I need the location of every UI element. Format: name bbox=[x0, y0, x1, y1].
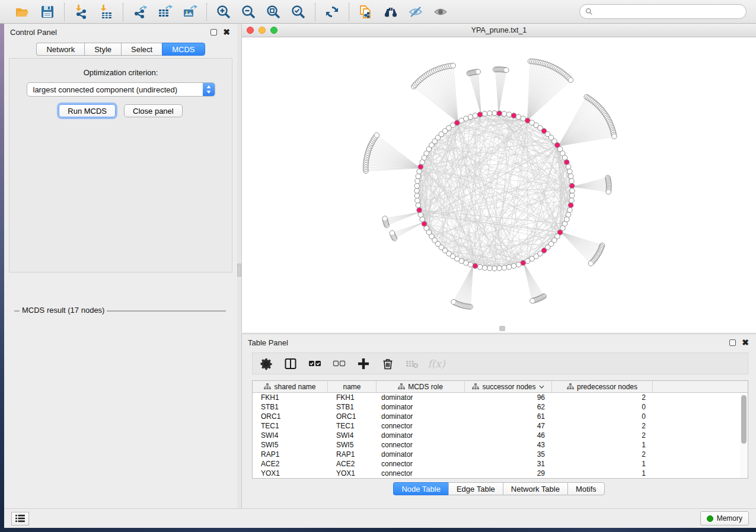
cell-name[interactable]: TEC1 bbox=[328, 421, 377, 431]
deselect-all-rows-icon[interactable] bbox=[333, 357, 346, 370]
table-row[interactable]: ORC1ORC1dominator610 bbox=[253, 412, 748, 421]
cell-successor-nodes[interactable]: 31 bbox=[465, 459, 552, 469]
close-panel-icon[interactable]: ✖ bbox=[222, 27, 231, 37]
criterion-select[interactable]: largest connected component (undirected) bbox=[27, 82, 215, 97]
cell-MCDS-role[interactable]: dominator bbox=[377, 450, 465, 459]
cell-MCDS-role[interactable]: dominator bbox=[377, 402, 465, 412]
cell-predecessor-nodes[interactable]: 0 bbox=[552, 412, 653, 421]
window-zoom-icon[interactable] bbox=[270, 27, 277, 34]
cell-successor-nodes[interactable]: 62 bbox=[465, 402, 552, 412]
table-row[interactable]: RAP1RAP1dominator352 bbox=[253, 450, 748, 459]
memory-button[interactable]: Memory bbox=[700, 511, 749, 525]
table-row[interactable]: ACE2ACE2connector311 bbox=[253, 459, 748, 469]
table-row[interactable]: FKH1FKH1dominator962 bbox=[253, 393, 748, 402]
cell-MCDS-role[interactable]: connector bbox=[377, 440, 465, 450]
export-table-icon[interactable] bbox=[157, 4, 173, 20]
cell-successor-nodes[interactable]: 96 bbox=[465, 393, 552, 402]
cell-name[interactable]: FKH1 bbox=[328, 393, 377, 402]
cell-shared-name[interactable]: ACE2 bbox=[253, 459, 328, 469]
cell-name[interactable]: ACE2 bbox=[328, 459, 377, 469]
tab-node-table[interactable]: Node Table bbox=[393, 482, 448, 495]
search-network-icon[interactable] bbox=[382, 4, 399, 20]
cell-name[interactable]: STB1 bbox=[328, 402, 377, 412]
tab-network-table[interactable]: Network Table bbox=[503, 482, 567, 495]
run-mcds-button[interactable]: Run MCDS bbox=[59, 104, 116, 117]
cell-predecessor-nodes[interactable]: 2 bbox=[552, 421, 653, 431]
tab-network[interactable]: Network bbox=[36, 43, 84, 56]
table-row[interactable]: TEC1TEC1connector472 bbox=[253, 421, 748, 431]
network-canvas[interactable] bbox=[242, 37, 756, 332]
cell-MCDS-role[interactable]: dominator bbox=[377, 393, 465, 402]
refresh-icon[interactable] bbox=[324, 4, 340, 20]
tab-select[interactable]: Select bbox=[121, 43, 162, 56]
import-table-icon[interactable] bbox=[98, 4, 114, 20]
close-panel-button[interactable]: Close panel bbox=[124, 104, 183, 117]
cell-MCDS-role[interactable]: connector bbox=[377, 421, 465, 431]
column-header-successor-nodes[interactable]: successor nodes bbox=[465, 381, 552, 392]
cell-shared-name[interactable]: RAP1 bbox=[253, 450, 328, 459]
cell-name[interactable]: YOX1 bbox=[328, 469, 377, 478]
search-box[interactable] bbox=[579, 4, 747, 19]
cell-successor-nodes[interactable]: 35 bbox=[465, 450, 552, 459]
cell-successor-nodes[interactable]: 46 bbox=[465, 431, 552, 440]
tab-mcds[interactable]: MCDS bbox=[162, 43, 205, 56]
export-image-icon[interactable] bbox=[181, 4, 198, 20]
column-header-shared-name[interactable]: shared name bbox=[253, 381, 328, 392]
table-row[interactable]: SWI4SWI4dominator462 bbox=[253, 431, 748, 440]
table-row[interactable]: STB1STB1dominator620 bbox=[253, 402, 748, 412]
cell-shared-name[interactable]: SWI5 bbox=[253, 440, 328, 450]
network-window-titlebar[interactable]: YPA_prune.txt_1 bbox=[242, 24, 756, 37]
tab-edge-table[interactable]: Edge Table bbox=[448, 482, 503, 495]
cell-shared-name[interactable]: SWI4 bbox=[253, 431, 328, 440]
cell-name[interactable]: SWI5 bbox=[328, 440, 377, 450]
zoom-selected-icon[interactable] bbox=[290, 4, 307, 20]
export-network-icon[interactable] bbox=[132, 4, 148, 20]
network-hscroll-thumb[interactable] bbox=[499, 326, 505, 331]
import-network-icon[interactable] bbox=[73, 4, 90, 20]
cell-shared-name[interactable]: YOX1 bbox=[253, 469, 328, 478]
cell-shared-name[interactable]: STB1 bbox=[253, 402, 328, 412]
cell-MCDS-role[interactable]: connector bbox=[377, 469, 465, 478]
close-panel-icon[interactable]: ✖ bbox=[741, 338, 750, 347]
window-minimize-icon[interactable] bbox=[259, 27, 266, 34]
cell-successor-nodes[interactable]: 61 bbox=[465, 412, 552, 421]
cell-name[interactable]: SWI4 bbox=[328, 431, 377, 440]
cell-predecessor-nodes[interactable]: 1 bbox=[552, 459, 653, 469]
zoom-out-icon[interactable] bbox=[240, 4, 257, 20]
splitter-grip[interactable] bbox=[237, 264, 241, 277]
zoom-fit-icon[interactable] bbox=[265, 4, 282, 20]
cell-predecessor-nodes[interactable]: 1 bbox=[552, 469, 653, 478]
table-scrollbar[interactable] bbox=[740, 393, 748, 478]
window-close-icon[interactable] bbox=[247, 27, 254, 34]
zoom-in-icon[interactable] bbox=[215, 4, 232, 20]
duplicate-network-icon[interactable] bbox=[358, 4, 374, 20]
cell-name[interactable]: RAP1 bbox=[328, 450, 377, 459]
table-settings-icon[interactable] bbox=[260, 357, 273, 370]
hide-unselected-icon[interactable] bbox=[407, 4, 424, 20]
tab-motifs[interactable]: Motifs bbox=[567, 482, 605, 495]
tab-style[interactable]: Style bbox=[84, 43, 121, 56]
column-header-name[interactable]: name bbox=[328, 381, 377, 392]
cell-shared-name[interactable]: FKH1 bbox=[253, 393, 328, 402]
table-row[interactable]: SWI5SWI5connector431 bbox=[253, 440, 748, 450]
panel-splitter[interactable] bbox=[237, 24, 241, 508]
cell-successor-nodes[interactable]: 47 bbox=[465, 421, 552, 431]
cell-predecessor-nodes[interactable]: 1 bbox=[552, 440, 653, 450]
split-columns-icon[interactable] bbox=[284, 357, 297, 370]
cell-successor-nodes[interactable]: 43 bbox=[465, 440, 552, 450]
cell-name[interactable]: ORC1 bbox=[328, 412, 377, 421]
open-file-icon[interactable] bbox=[14, 4, 31, 20]
table-row[interactable]: YOX1YOX1connector291 bbox=[253, 469, 748, 478]
cell-MCDS-role[interactable]: connector bbox=[377, 459, 465, 469]
search-input[interactable] bbox=[596, 8, 741, 16]
cell-MCDS-role[interactable]: dominator bbox=[377, 431, 465, 440]
cell-predecessor-nodes[interactable]: 2 bbox=[552, 431, 653, 440]
table-scrollbar-thumb[interactable] bbox=[741, 395, 747, 444]
save-session-icon[interactable] bbox=[39, 4, 56, 20]
cell-predecessor-nodes[interactable]: 0 bbox=[552, 402, 653, 412]
cell-predecessor-nodes[interactable]: 2 bbox=[552, 450, 653, 459]
float-panel-icon[interactable] bbox=[210, 29, 217, 36]
select-all-rows-icon[interactable] bbox=[308, 357, 321, 370]
add-column-icon[interactable] bbox=[357, 357, 370, 370]
column-header-predecessor-nodes[interactable]: predecessor nodes bbox=[552, 381, 653, 392]
